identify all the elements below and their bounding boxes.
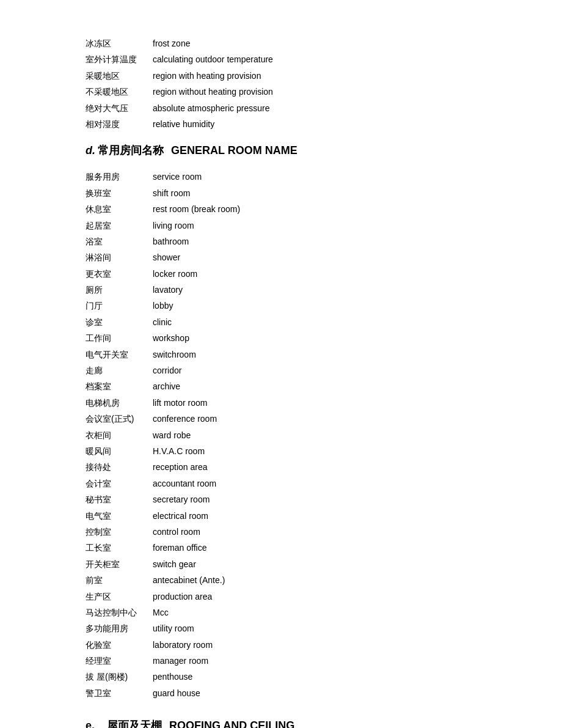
term-row: 走廊corridor — [86, 364, 476, 377]
section-d-en-title: GENERAL ROOM NAME — [171, 144, 297, 156]
term-en: laboratory room — [153, 638, 213, 652]
term-en: shower — [153, 251, 180, 264]
term-en: penthouse — [153, 670, 192, 683]
term-cn: 会议室(正式) — [86, 412, 153, 425]
term-cn: 室外计算温度 — [86, 53, 153, 66]
term-en: absolute atmospheric pressure — [153, 101, 269, 115]
term-en: electrical room — [153, 509, 208, 523]
term-row: 经理室manager room — [86, 654, 476, 667]
section-e-cn-title: 屋面及天棚 — [107, 719, 162, 728]
term-cn: 门厅 — [86, 299, 153, 312]
term-cn: 服务用房 — [86, 170, 153, 183]
term-cn: 厕所 — [86, 283, 153, 296]
section-e-letter: e. — [86, 719, 95, 728]
term-en: antecabinet (Ante.) — [153, 573, 225, 587]
term-cn: 工作间 — [86, 331, 153, 345]
term-row: 衣柜间ward robe — [86, 428, 476, 442]
term-cn: 休息室 — [86, 202, 153, 216]
term-en: lavatory — [153, 283, 183, 296]
term-row: 浴室bathroom — [86, 235, 476, 248]
term-row: 门厅lobby — [86, 299, 476, 312]
term-row: 厕所lavatory — [86, 283, 476, 296]
term-cn: 开关柜室 — [86, 557, 153, 571]
term-en: region with heating provision — [153, 69, 261, 83]
term-cn: 电气室 — [86, 509, 153, 523]
term-en: lobby — [153, 299, 173, 312]
term-row: 生产区production area — [86, 590, 476, 603]
term-en: reception area — [153, 460, 208, 474]
term-cn: 会计室 — [86, 477, 153, 490]
term-row: 冰冻区frost zone — [86, 37, 476, 50]
term-cn: 绝对大气压 — [86, 101, 153, 115]
term-cn: 控制室 — [86, 525, 153, 539]
term-en: conference room — [153, 412, 217, 425]
section-d: d.常用房间名称GENERAL ROOM NAME 服务用房service ro… — [86, 143, 476, 700]
term-row: 相对湿度relative humidity — [86, 117, 476, 131]
section-d-terms: 服务用房service room换班室shift room休息室rest roo… — [86, 170, 476, 700]
term-row: 化验室laboratory room — [86, 638, 476, 652]
term-en: locker room — [153, 267, 197, 281]
term-cn: 秘书室 — [86, 493, 153, 506]
term-cn: 更衣室 — [86, 267, 153, 281]
term-row: 马达控制中心Mcc — [86, 606, 476, 619]
term-cn: 前室 — [86, 573, 153, 587]
term-row: 工作间workshop — [86, 331, 476, 345]
section-d-letter: d. — [86, 144, 95, 156]
term-row: 控制室control room — [86, 525, 476, 539]
term-en: utility room — [153, 622, 194, 635]
top-terms-section: 冰冻区frost zone室外计算温度calculating outdoor t… — [86, 37, 476, 131]
term-row: 服务用房service room — [86, 170, 476, 183]
term-row: 起居室living room — [86, 219, 476, 232]
term-row: 更衣室locker room — [86, 267, 476, 281]
term-row: 警卫室guard house — [86, 686, 476, 700]
term-cn: 浴室 — [86, 235, 153, 248]
term-en: region without heating provision — [153, 85, 273, 98]
term-row: 接待处reception area — [86, 460, 476, 474]
term-en: service room — [153, 170, 202, 183]
term-cn: 暖风间 — [86, 444, 153, 458]
term-en: Mcc — [153, 606, 169, 619]
term-row: 工长室foreman office — [86, 541, 476, 554]
term-row: 休息室rest room (break room) — [86, 202, 476, 216]
term-row: 会议室(正式)conference room — [86, 412, 476, 425]
term-cn: 采暖地区 — [86, 69, 153, 83]
term-row: 采暖地区region with heating provision — [86, 69, 476, 83]
section-d-cn-title: 常用房间名称 — [98, 144, 164, 156]
term-en: secretary room — [153, 493, 210, 506]
term-en: lift motor room — [153, 396, 207, 410]
term-cn: 马达控制中心 — [86, 606, 153, 619]
term-cn: 化验室 — [86, 638, 153, 652]
term-cn: 换班室 — [86, 186, 153, 200]
term-en: calculating outdoor temperature — [153, 53, 273, 66]
term-en: workshop — [153, 331, 189, 345]
term-row: 会计室accountant room — [86, 477, 476, 490]
term-en: clinic — [153, 315, 172, 329]
term-cn: 接待处 — [86, 460, 153, 474]
term-cn: 不采暖地区 — [86, 85, 153, 98]
term-row: 不采暖地区region without heating provision — [86, 85, 476, 98]
term-en: switchroom — [153, 348, 196, 361]
term-cn: 淋浴间 — [86, 251, 153, 264]
term-row: 淋浴间shower — [86, 251, 476, 264]
term-row: 电气开关室switchroom — [86, 348, 476, 361]
term-row: 诊室clinic — [86, 315, 476, 329]
term-row: 换班室shift room — [86, 186, 476, 200]
section-e-heading: e.屋面及天棚ROOFING AND CEILING — [86, 718, 476, 728]
term-row: 档案室archive — [86, 380, 476, 393]
term-en: rest room (break room) — [153, 202, 240, 216]
section-d-heading: d.常用房间名称GENERAL ROOM NAME — [86, 143, 476, 158]
term-row: 电梯机房lift motor room — [86, 396, 476, 410]
term-en: accountant room — [153, 477, 216, 490]
term-en: bathroom — [153, 235, 189, 248]
term-en: guard house — [153, 686, 200, 700]
term-en: corridor — [153, 364, 181, 377]
term-row: 秘书室secretary room — [86, 493, 476, 506]
term-row: 多功能用房utility room — [86, 622, 476, 635]
term-en: frost zone — [153, 37, 190, 50]
term-en: switch gear — [153, 557, 196, 571]
term-en: relative humidity — [153, 117, 214, 131]
term-row: 开关柜室switch gear — [86, 557, 476, 571]
section-e-en-title: ROOFING AND CEILING — [169, 719, 294, 728]
term-cn: 经理室 — [86, 654, 153, 667]
term-cn: 电梯机房 — [86, 396, 153, 410]
